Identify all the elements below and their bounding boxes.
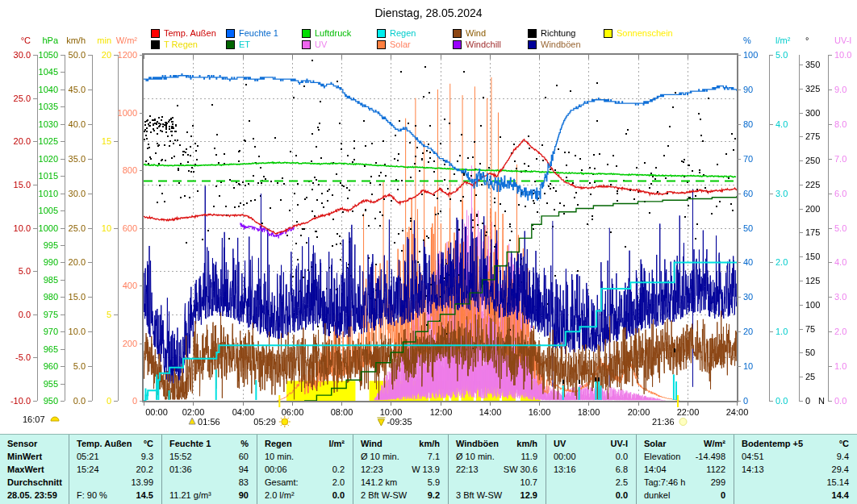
legend-swatch-icon	[226, 29, 235, 38]
stats-cell-value: 0	[721, 489, 725, 502]
legend-label: Wind	[466, 28, 486, 38]
stats-header-label: Regen	[265, 437, 292, 450]
stats-cell-time: 00:06	[265, 463, 287, 476]
stats-cell-time: 12:23	[361, 463, 383, 476]
stats-cell-value: SW 30.6	[504, 463, 537, 476]
stats-column-header: SolarW/m²	[637, 437, 734, 450]
legend-item-et: ET	[226, 40, 250, 49]
legend-label: Temp. Außen	[164, 28, 216, 38]
legend-swatch-icon	[151, 29, 160, 38]
stats-cell: 13:166.8	[546, 463, 636, 476]
stats-cell: 13.99	[69, 476, 161, 489]
stats-column-header: Regenl/m²	[257, 437, 353, 450]
stats-header-unit: km/h	[419, 437, 440, 450]
legend-item-richtung: Richtung	[528, 28, 575, 38]
legend-item-wind: Wind	[453, 28, 486, 38]
stats-cell-value: 15.14	[826, 476, 849, 489]
stats-column-temp-au-en: Temp. Außen°C05:219.315:2420.213.99F: 90…	[69, 435, 161, 504]
stats-cell-value: W 13.9	[412, 463, 440, 476]
stats-cell-value: 14.5	[136, 489, 153, 502]
legend-item-uv: UV	[302, 40, 327, 49]
stats-cell: 2.0 l/m²0.0	[257, 489, 353, 502]
legend-item-windchill: Windchill	[453, 40, 501, 49]
stats-cell: 00:060.2	[257, 463, 353, 476]
legend-label: Richtung	[541, 28, 575, 38]
stats-column-header: Bodentemp +5°C	[734, 437, 857, 450]
stats-cell-time: 00:00	[554, 450, 576, 463]
stats-cell: Gesamt:2.0	[257, 476, 353, 489]
stats-cell-time: 22:13	[456, 463, 479, 476]
stats-cell-time: Elevation	[644, 450, 680, 463]
stats-column-windb-en: Windböenkm/hØ 10 min.11.922:13SW 30.610.…	[448, 435, 546, 504]
stats-cell-value: 5.9	[428, 476, 440, 489]
stats-cell-value: 0.0	[616, 489, 628, 502]
stats-cell-time: 15:52	[169, 450, 192, 463]
stats-cell-time: Tag:7:46 h	[644, 476, 685, 489]
legend-label: T Regen	[164, 40, 198, 49]
stats-column-regen: Regenl/m²10 min.00:060.2Gesamt:2.02.0 l/…	[257, 435, 353, 504]
stats-cell: 11.21 g/m³90	[162, 489, 257, 502]
stats-cell-value: 94	[239, 463, 249, 476]
legend-swatch-icon	[453, 29, 462, 38]
stats-cell: 2.5	[546, 476, 636, 489]
stats-cell: 14:1329.4	[734, 463, 857, 476]
stats-column-sensor: SensorMinWertMaxWertDurchschnitt28.05. 2…	[0, 435, 69, 504]
stats-cell: 0.0	[546, 489, 636, 502]
stats-header-label: UV	[554, 437, 566, 450]
stats-cell-value: 9.3	[141, 450, 153, 463]
stats-row-label: MinWert	[0, 450, 69, 463]
stats-cell: 10 min.	[257, 450, 353, 463]
stats-cell-value: 2.0	[332, 476, 345, 489]
stats-cell-value: 14.4	[832, 489, 849, 502]
stats-column-header: Windkm/h	[353, 437, 448, 450]
stats-cell: 83	[162, 476, 257, 489]
stats-cell-time: 11.21 g/m³	[169, 489, 211, 502]
stats-cell-value: 1122	[706, 463, 725, 476]
legend-swatch-icon	[604, 29, 612, 38]
stats-cell: 14:041122	[637, 463, 734, 476]
stats-cell-value: 6.8	[616, 463, 628, 476]
legend-item-luftdruck: Luftdruck	[302, 28, 351, 38]
legend-label: UV	[315, 40, 327, 49]
stats-cell: 00:000.0	[546, 450, 636, 463]
stats-header-unit: %	[240, 437, 249, 450]
legend-label: ET	[239, 40, 250, 49]
stats-header-label: Bodentemp +5	[742, 437, 803, 450]
legend-swatch-icon	[528, 40, 537, 49]
stats-cell-time: Gesamt:	[265, 476, 299, 489]
stats-row-label: Sensor	[0, 437, 69, 450]
stats-cell: 12:23W 13.9	[353, 463, 448, 476]
stats-cell-time: 14:13	[742, 463, 764, 476]
stats-cell-time: 14:04	[644, 463, 667, 476]
stats-column-header: Windböenkm/h	[449, 437, 546, 450]
weather-chart-canvas	[0, 0, 857, 434]
legend-swatch-icon	[377, 29, 386, 38]
stats-cell-time: 05:21	[77, 450, 99, 463]
stats-cell-time: 13:16	[554, 463, 576, 476]
stats-cell: Ø 10 min.11.9	[449, 450, 546, 463]
stats-cell: 3 Bft W-SW12.9	[449, 489, 546, 502]
stats-cell: 05:219.3	[69, 450, 161, 463]
stats-table: SensorMinWertMaxWertDurchschnitt28.05. 2…	[0, 434, 857, 504]
stats-column-bodentemp-5: Bodentemp +5°C04:519.414:1329.415.1414.4	[734, 435, 857, 504]
stats-column-header: Temp. Außen°C	[69, 437, 161, 450]
legend-item-temp-au-en: Temp. Außen	[151, 28, 216, 38]
stats-cell-value: 13.99	[131, 476, 153, 489]
stats-cell: 04:519.4	[734, 450, 857, 463]
stats-cell-value: 0.0	[332, 489, 345, 502]
legend-item-regen: Regen	[377, 28, 416, 38]
stats-cell-time: 15:24	[77, 463, 99, 476]
legend-swatch-icon	[302, 40, 311, 49]
legend-item-solar: Solar	[377, 40, 411, 49]
stats-column-feuchte-1: Feuchte 1%15:526001:36948311.21 g/m³90	[161, 435, 257, 504]
stats-cell: 15:2420.2	[69, 463, 161, 476]
stats-cell-time: F: 90 %	[77, 489, 107, 502]
stats-cell-value: 29.4	[832, 463, 849, 476]
legend-label: Regen	[390, 28, 416, 38]
stats-cell-value: 9.4	[837, 450, 849, 463]
legend-label: Windböen	[541, 40, 581, 49]
stats-cell: Elevation-14.498	[637, 450, 734, 463]
stats-cell-value: 0.0	[616, 450, 628, 463]
legend-swatch-icon	[226, 40, 235, 49]
stats-cell: 15.14	[734, 476, 857, 489]
